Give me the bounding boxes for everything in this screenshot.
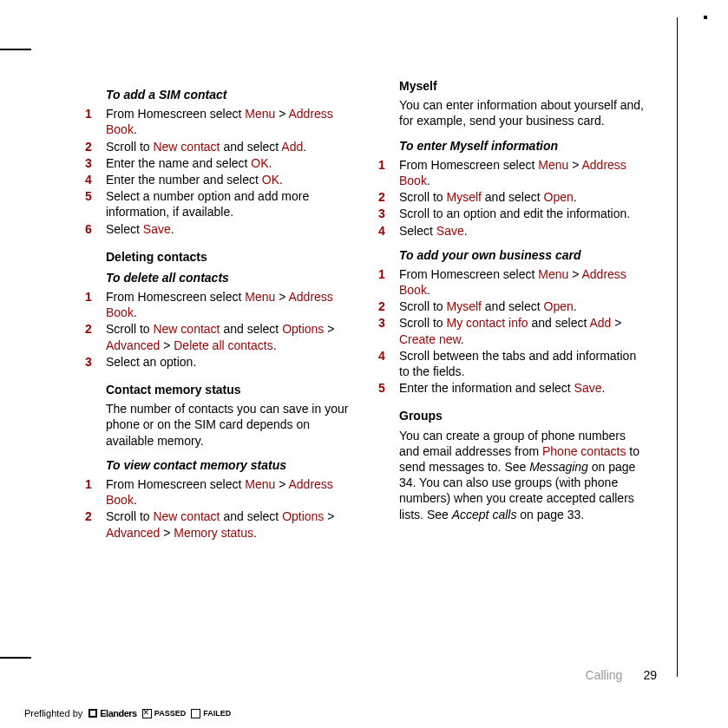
elanders-logo-icon: Elanders — [88, 707, 136, 719]
step-text: From Homescreen select Menu > Address Bo… — [399, 157, 647, 188]
list-item: 1From Homescreen select Menu > Address B… — [85, 476, 354, 508]
step-text: Enter the name and select OK. — [106, 155, 354, 171]
heading: To add your own business card — [399, 247, 647, 263]
list-item: 1From Homescreen select Menu > Address B… — [378, 157, 647, 188]
step-text: Scroll to New contact and select Add. — [106, 139, 354, 154]
step-text: From Homescreen select Menu > Address Bo… — [106, 476, 354, 508]
step-num: 3 — [85, 155, 106, 171]
heading: To enter Myself information — [399, 138, 647, 154]
step-text: Scroll between the tabs and add informat… — [399, 348, 647, 379]
heading: Myself — [399, 78, 647, 94]
page-footer: Calling29 — [586, 667, 657, 683]
paragraph: You can create a group of phone numbers … — [399, 428, 647, 522]
steps-list: 1From Homescreen select Menu > Address B… — [378, 266, 647, 397]
step-text: Scroll to Myself and select Open. — [399, 298, 647, 314]
list-item: 1From Homescreen select Menu > Address B… — [85, 289, 354, 320]
heading: To view contact memory status — [106, 457, 354, 473]
content-columns: To add a SIM contact 1From Homescreen se… — [85, 78, 666, 541]
step-text: Select an option. — [106, 354, 354, 370]
step-text: Scroll to My contact info and select Add… — [399, 315, 647, 346]
steps-list: 1From Homescreen select Menu > Address B… — [378, 157, 647, 239]
step-num: 4 — [378, 348, 399, 364]
step-num: 2 — [85, 139, 106, 154]
list-item: 2Scroll to New contact and select Option… — [85, 508, 354, 540]
step-num: 4 — [378, 223, 399, 239]
step-num: 3 — [378, 315, 399, 331]
crop-mark — [0, 657, 31, 659]
crop-mark — [704, 16, 707, 19]
step-text: Enter the number and select OK. — [106, 172, 354, 187]
paragraph: The number of contacts you can save in y… — [106, 401, 354, 449]
step-num: 2 — [85, 508, 106, 524]
step-text: From Homescreen select Menu > Address Bo… — [399, 266, 647, 298]
step-num: 5 — [378, 380, 399, 396]
step-num: 1 — [378, 266, 399, 282]
list-item: 3Enter the name and select OK. — [85, 155, 354, 171]
step-text: Select Save. — [106, 221, 354, 237]
list-item: 6Select Save. — [85, 221, 354, 237]
right-column: Myself You can enter information about y… — [378, 78, 647, 541]
steps-list: 1From Homescreen select Menu > Address B… — [85, 476, 354, 541]
preflight-label: Preflighted by — [24, 707, 82, 719]
step-num: 1 — [85, 106, 106, 121]
step-num: 1 — [85, 289, 106, 305]
list-item: 4Enter the number and select OK. — [85, 172, 354, 187]
list-item: 4Select Save. — [378, 223, 647, 239]
step-num: 4 — [85, 172, 106, 187]
step-num: 6 — [85, 221, 106, 237]
list-item: 1From Homescreen select Menu > Address B… — [85, 106, 354, 137]
preflight-bar: Preflighted by Elanders PASSED FAILED — [24, 706, 231, 719]
page-number: 29 — [643, 668, 657, 682]
steps-list: 1From Homescreen select Menu > Address B… — [85, 106, 354, 237]
list-item: 2Scroll to New contact and select Option… — [85, 321, 354, 352]
paragraph: You can enter information about yourself… — [399, 97, 647, 128]
list-item: 3Select an option. — [85, 354, 354, 370]
passed-checkbox-icon: PASSED — [142, 706, 186, 719]
heading: Groups — [399, 408, 647, 423]
crop-mark — [677, 17, 678, 677]
step-num: 1 — [378, 157, 399, 173]
svg-rect-1 — [90, 711, 95, 716]
step-num: 2 — [378, 189, 399, 205]
document-page: To add a SIM contact 1From Homescreen se… — [0, 0, 728, 728]
step-text: Scroll to New contact and select Options… — [106, 508, 354, 540]
step-text: Select Save. — [399, 223, 647, 239]
heading: To add a SIM contact — [106, 87, 354, 102]
list-item: 2Scroll to New contact and select Add. — [85, 139, 354, 154]
step-num: 1 — [85, 476, 106, 492]
list-item: 5Select a number option and add more inf… — [85, 188, 354, 220]
crop-mark — [0, 49, 31, 50]
step-num: 3 — [378, 206, 399, 221]
step-text: Scroll to New contact and select Options… — [106, 321, 354, 352]
heading: To delete all contacts — [106, 270, 354, 285]
steps-list: 1From Homescreen select Menu > Address B… — [85, 289, 354, 370]
step-text: Select a number option and add more info… — [106, 188, 354, 220]
list-item: 4Scroll between the tabs and add informa… — [378, 348, 647, 379]
step-num: 2 — [378, 298, 399, 314]
step-num: 3 — [85, 354, 106, 370]
step-num: 5 — [85, 188, 106, 204]
list-item: 2Scroll to Myself and select Open. — [378, 298, 647, 314]
step-num: 2 — [85, 321, 106, 337]
step-text: From Homescreen select Menu > Address Bo… — [106, 106, 354, 137]
list-item: 5Enter the information and select Save. — [378, 380, 647, 396]
step-text: Enter the information and select Save. — [399, 380, 647, 396]
section-name: Calling — [586, 668, 623, 682]
list-item: 3Scroll to an option and edit the inform… — [378, 206, 647, 221]
heading: Contact memory status — [106, 382, 354, 397]
list-item: 1From Homescreen select Menu > Address B… — [378, 266, 647, 298]
list-item: 3Scroll to My contact info and select Ad… — [378, 315, 647, 346]
left-column: To add a SIM contact 1From Homescreen se… — [85, 78, 354, 541]
step-text: From Homescreen select Menu > Address Bo… — [106, 289, 354, 320]
step-text: Scroll to an option and edit the informa… — [399, 206, 647, 221]
failed-checkbox-icon: FAILED — [191, 706, 231, 719]
list-item: 2Scroll to Myself and select Open. — [378, 189, 647, 205]
heading: Deleting contacts — [106, 249, 354, 265]
step-text: Scroll to Myself and select Open. — [399, 189, 647, 205]
